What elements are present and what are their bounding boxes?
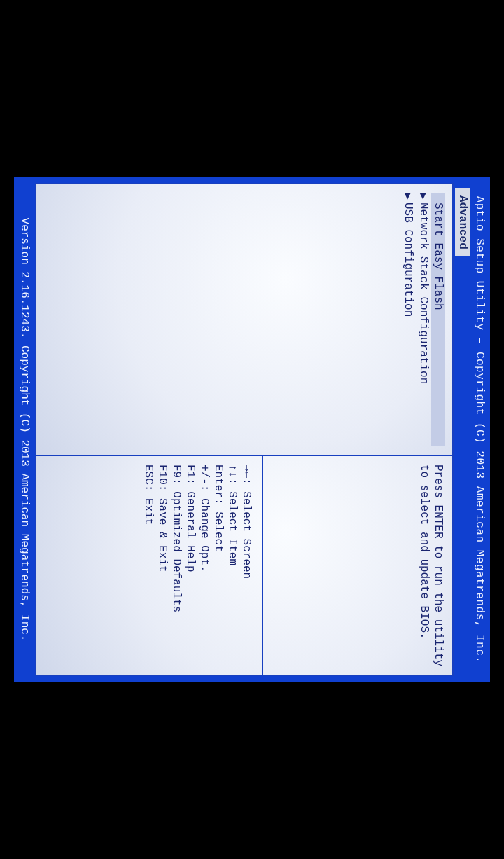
menu-item-label: USB Configuration <box>402 202 414 317</box>
title-text: Aptio Setup Utility – Copyright (C) 2013… <box>473 196 486 664</box>
submenu-marker-icon: ▶ <box>416 193 430 202</box>
menu-item-label: Start Easy Flash <box>432 202 444 310</box>
menu-item-usb-config[interactable]: ▶ USB Configuration <box>400 193 416 446</box>
key-help-line: F1: General Help <box>183 465 197 666</box>
footer-bar: Version 2.16.1243. Copyright (C) 2013 Am… <box>17 181 34 678</box>
submenu-marker-icon <box>432 193 444 202</box>
key-help-box: →←: Select Screen ↑↓: Select Item Enter:… <box>43 465 256 666</box>
key-help-line: +/-: Change Opt. <box>197 465 211 666</box>
menu-item-label: Network Stack Configuration <box>417 202 430 384</box>
key-help-line: ESC: Exit <box>141 465 155 666</box>
version-text: Version 2.16.1243. Copyright (C) 2013 Am… <box>18 218 31 642</box>
key-help-line: F10: Save & Exit <box>155 465 169 666</box>
key-help-line: ↑↓: Select Item <box>225 465 239 666</box>
menu-item-network-stack[interactable]: ▶ Network Stack Configuration <box>416 193 431 446</box>
key-help-line: Enter: Select <box>211 465 225 666</box>
tab-label: Advanced <box>456 195 469 249</box>
help-pane: Press ENTER to run the utility to select… <box>35 455 454 676</box>
item-help-text: Press ENTER to run the utility <box>431 465 445 666</box>
tab-bar: Advanced <box>455 181 470 678</box>
item-help-box: Press ENTER to run the utility to select… <box>262 456 452 675</box>
key-help-line: F9: Optimized Defaults <box>169 465 183 666</box>
tab-advanced[interactable]: Advanced <box>455 188 470 256</box>
bios-screen: Aptio Setup Utility – Copyright (C) 2013… <box>14 177 490 682</box>
submenu-marker-icon: ▶ <box>401 193 415 202</box>
key-help-line: →←: Select Screen <box>239 465 253 666</box>
main-menu-pane: Start Easy Flash ▶ Network Stack Configu… <box>35 183 454 455</box>
menu-item-start-easy-flash[interactable]: Start Easy Flash <box>431 193 445 446</box>
item-help-text: to select and update BIOS. <box>417 465 431 666</box>
title-bar: Aptio Setup Utility – Copyright (C) 2013… <box>470 181 487 678</box>
